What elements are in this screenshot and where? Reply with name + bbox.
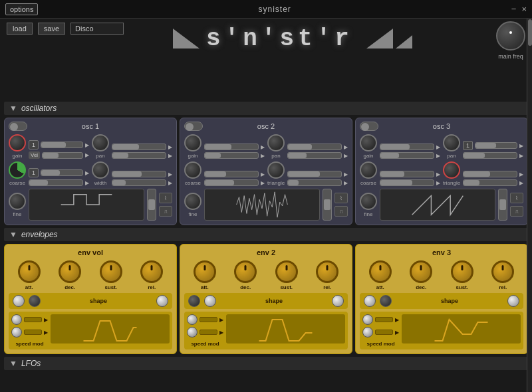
osc2-pan-track1[interactable] — [287, 144, 342, 150]
osc1-vel-track[interactable] — [42, 152, 83, 159]
osc3-toggle[interactable] — [360, 122, 378, 131]
env3-sust-knob[interactable] — [451, 260, 473, 283]
osc2-triangle-knob[interactable] — [267, 161, 285, 179]
env2-shape-knob1[interactable] — [188, 295, 200, 307]
osc1-gain-track1[interactable] — [41, 142, 83, 148]
env2-sust-knob[interactable] — [275, 260, 298, 283]
env-vol-shape-knob2[interactable] — [29, 295, 41, 307]
osc3-wave-btn2[interactable]: ⎍ — [510, 206, 523, 217]
osc1-vert-slider[interactable] — [147, 189, 156, 221]
env2-att-knob[interactable] — [194, 260, 216, 283]
osc2-pan-track2[interactable] — [287, 152, 342, 159]
minimize-button[interactable]: − — [511, 4, 517, 14]
options-button[interactable]: options — [5, 3, 38, 15]
osc1-vel-arrow[interactable]: ▶ — [85, 152, 89, 158]
osc3-fine-knob[interactable] — [360, 193, 377, 210]
osc2-coarse-track1[interactable] — [204, 171, 259, 177]
osc2-coarse-knob[interactable] — [184, 161, 201, 179]
env2-speed-knob1[interactable] — [187, 314, 198, 325]
osc2-fine-knob[interactable] — [184, 193, 201, 210]
osc1-wave-btn2[interactable]: ⎍ — [159, 206, 172, 217]
env2-speed-arrow2[interactable]: ▶ — [219, 330, 223, 336]
env-vol-speed-arrow1[interactable]: ▶ — [44, 317, 48, 323]
osc1-wave-btn1[interactable]: ⌇ — [159, 193, 172, 203]
osc1-gain-knob[interactable] — [9, 134, 26, 151]
oscillators-arrow[interactable]: ▼ — [9, 104, 17, 113]
osc2-tri-arrow[interactable]: ▶ — [344, 171, 348, 177]
env2-shape-knob2[interactable] — [204, 295, 216, 307]
osc2-gain-knob[interactable] — [184, 134, 201, 151]
osc3-coarse-track2[interactable] — [380, 179, 434, 186]
osc3-tri-track1[interactable] — [463, 171, 517, 177]
osc3-coarse-arrow2[interactable]: ▶ — [436, 180, 440, 186]
osc1-width-track[interactable] — [112, 171, 166, 177]
env3-rel-knob[interactable] — [491, 260, 514, 283]
osc1-coarse-track2[interactable] — [29, 179, 83, 186]
env2-speed-track2[interactable] — [200, 330, 217, 335]
osc2-tri-track1[interactable] — [287, 171, 342, 177]
env-vol-att-knob[interactable] — [18, 260, 41, 283]
env-vol-speed-track1[interactable] — [24, 317, 42, 322]
osc1-pan-arrow[interactable]: ▶ — [168, 144, 172, 150]
env-vol-speed-knob2[interactable] — [11, 327, 22, 338]
env3-shape-knob1[interactable] — [364, 295, 376, 307]
env3-speed-arrow2[interactable]: ▶ — [395, 330, 399, 336]
osc3-gain-track1[interactable] — [380, 144, 434, 150]
osc2-pan-arrow2[interactable]: ▶ — [344, 153, 348, 159]
env3-shape-knob2[interactable] — [380, 295, 392, 307]
osc1-width-arrow2[interactable]: ▶ — [168, 180, 172, 186]
osc1-width-arrow[interactable]: ▶ — [168, 171, 172, 177]
env3-speed-knob2[interactable] — [362, 327, 373, 338]
osc3-pan-track1[interactable] — [475, 142, 517, 149]
osc2-vert-slider[interactable] — [323, 189, 332, 221]
osc1-toggle[interactable] — [9, 122, 27, 131]
env3-speed-knob1[interactable] — [362, 314, 373, 325]
osc1-coarse-arrow2[interactable]: ▶ — [85, 180, 89, 186]
osc3-vert-slider[interactable] — [498, 189, 507, 221]
lfos-arrow[interactable]: ▼ — [9, 359, 17, 368]
osc3-triangle-knob[interactable] — [443, 161, 460, 179]
osc3-coarse-arrow[interactable]: ▶ — [436, 171, 440, 177]
osc1-pan-knob[interactable] — [92, 134, 109, 151]
osc2-gain-arrow2[interactable]: ▶ — [261, 153, 265, 159]
osc3-coarse-knob[interactable] — [360, 161, 377, 179]
env-vol-speed-knob1[interactable] — [11, 314, 22, 325]
osc3-pan-knob[interactable] — [443, 134, 460, 151]
env3-dec-knob[interactable] — [410, 260, 432, 283]
osc2-wave-btn1[interactable]: ⌇ — [334, 193, 348, 203]
env-vol-shape-knob1[interactable] — [13, 295, 25, 307]
osc2-tri-track2[interactable] — [287, 179, 342, 186]
main-freq-knob[interactable] — [496, 21, 525, 50]
osc3-pan-arrow[interactable]: ▶ — [519, 143, 523, 149]
env3-speed-track2[interactable] — [375, 330, 393, 335]
osc3-pan-track2[interactable] — [463, 152, 517, 159]
env2-speed-knob2[interactable] — [187, 327, 198, 338]
osc2-pan-arrow[interactable]: ▶ — [344, 144, 348, 150]
env-vol-shape-knob3[interactable] — [156, 295, 168, 307]
osc3-tri-arrow2[interactable]: ▶ — [519, 180, 523, 186]
osc2-coarse-arrow[interactable]: ▶ — [261, 171, 265, 177]
close-button[interactable]: × — [521, 4, 527, 14]
osc2-gain-track1[interactable] — [204, 144, 259, 150]
env3-speed-track1[interactable] — [375, 317, 393, 322]
scrollbar[interactable] — [527, 19, 532, 392]
osc1-width-knob[interactable] — [92, 161, 109, 179]
env-vol-dec-knob[interactable] — [59, 260, 81, 283]
env3-speed-arrow1[interactable]: ▶ — [395, 317, 399, 323]
env3-shape-knob3[interactable] — [507, 295, 519, 307]
osc1-pan-arrow2[interactable]: ▶ — [168, 153, 172, 159]
osc1-width-track2[interactable] — [112, 179, 166, 186]
osc1-coarse-track[interactable] — [41, 169, 83, 176]
osc1-pan-track[interactable] — [112, 144, 166, 150]
osc1-pan-track2[interactable] — [112, 152, 166, 159]
env3-att-knob[interactable] — [369, 260, 392, 283]
osc3-coarse-track1[interactable] — [380, 171, 434, 177]
osc3-gain-track2[interactable] — [380, 152, 434, 159]
osc2-coarse-arrow2[interactable]: ▶ — [261, 180, 265, 186]
osc3-gain-knob[interactable] — [360, 134, 377, 151]
osc2-toggle[interactable] — [184, 122, 203, 131]
osc3-tri-track2[interactable] — [463, 179, 517, 186]
osc1-gain-arrow[interactable]: ▶ — [85, 142, 89, 148]
load-button[interactable]: load — [7, 23, 33, 35]
env2-speed-track1[interactable] — [200, 317, 217, 322]
